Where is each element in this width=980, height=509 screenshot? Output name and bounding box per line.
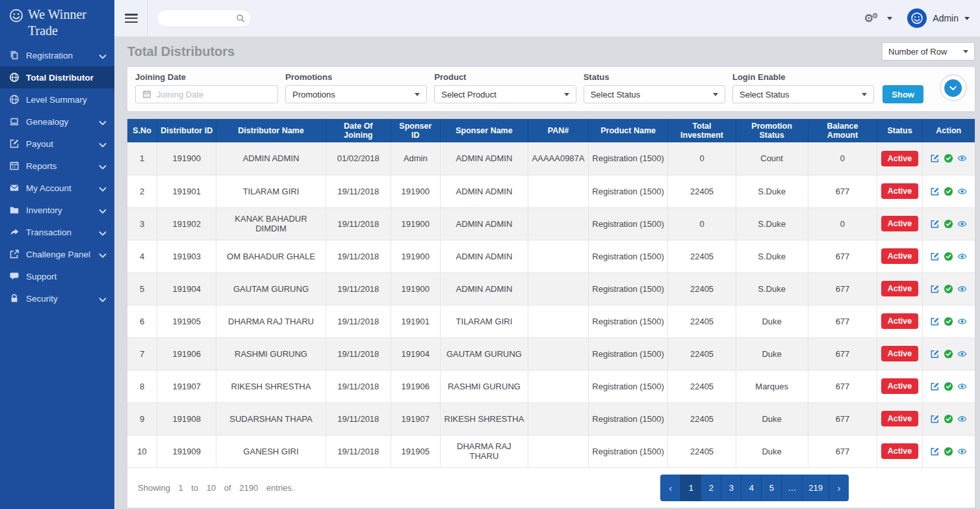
- show-button[interactable]: Show: [883, 85, 923, 103]
- view-icon[interactable]: [957, 349, 967, 359]
- sidebar-item-reports[interactable]: Reports: [0, 155, 114, 177]
- cell-date-of-joining: 01/02/2018: [326, 142, 391, 175]
- hamburger-menu-icon[interactable]: [125, 14, 138, 23]
- cell-balance-amount: 677: [808, 240, 877, 272]
- status-badge[interactable]: Active: [881, 281, 919, 296]
- column-header-action: Action: [922, 119, 975, 142]
- edit-icon[interactable]: [930, 447, 940, 456]
- status-badge[interactable]: Active: [881, 411, 919, 426]
- settings-gears-icon[interactable]: ⚙⚙: [864, 13, 881, 24]
- joining-date-field[interactable]: [135, 85, 278, 103]
- approve-icon[interactable]: [944, 382, 953, 391]
- cell-product-name: Registration (1500): [588, 240, 668, 272]
- page-next-button[interactable]: ›: [829, 475, 849, 501]
- collapse-filters-button[interactable]: [940, 74, 967, 101]
- admin-caret-icon[interactable]: [964, 17, 970, 20]
- edit-icon[interactable]: [930, 219, 940, 229]
- chevron-down-icon: [97, 51, 105, 59]
- status-badge[interactable]: Active: [881, 183, 919, 199]
- edit-icon[interactable]: [930, 153, 940, 163]
- page-button-3[interactable]: 3: [721, 475, 741, 501]
- status-badge[interactable]: Active: [881, 151, 919, 166]
- approve-icon[interactable]: [944, 219, 953, 229]
- view-icon[interactable]: [957, 447, 967, 456]
- sidebar-item-my-account[interactable]: My Account: [0, 177, 114, 199]
- edit-icon[interactable]: [930, 317, 940, 326]
- edit-icon[interactable]: [930, 187, 940, 196]
- status-select[interactable]: Select Status: [584, 85, 725, 103]
- column-header-date-of-joining: Date Of Joining: [326, 119, 391, 142]
- sidebar-item-registration[interactable]: Registration: [0, 44, 114, 66]
- showing-entries-text: Showing 1 to 10 of 2190 entries.: [138, 483, 294, 493]
- status-badge[interactable]: Active: [881, 313, 919, 329]
- login-enable-select[interactable]: Select Status: [732, 85, 874, 103]
- cell-status: Active: [877, 435, 922, 467]
- status-badge[interactable]: Active: [881, 346, 919, 361]
- status-badge[interactable]: Active: [881, 443, 919, 459]
- number-of-row-select[interactable]: Number of Row: [882, 42, 975, 60]
- approve-icon[interactable]: [944, 317, 953, 326]
- cell-total-investment: 0: [668, 207, 736, 240]
- cell-promotion-status: S.Duke: [736, 272, 808, 305]
- table-row: 5191904GAUTAM GURUNG19/11/2018191900ADMI…: [127, 272, 975, 305]
- page-ellipsis[interactable]: …: [781, 475, 802, 501]
- cell-pan: [528, 305, 589, 337]
- edit-icon[interactable]: [930, 414, 940, 424]
- approve-icon[interactable]: [944, 153, 953, 163]
- approve-icon[interactable]: [944, 187, 953, 196]
- cell-sponser-id: 191900: [391, 207, 441, 240]
- approve-icon[interactable]: [944, 284, 953, 294]
- edit-icon[interactable]: [930, 382, 940, 391]
- page-button-2[interactable]: 2: [701, 475, 721, 501]
- approve-icon[interactable]: [944, 252, 953, 261]
- view-icon[interactable]: [957, 382, 967, 391]
- settings-caret-icon[interactable]: [887, 17, 892, 20]
- sidebar-item-security[interactable]: Security: [0, 287, 114, 309]
- edit-icon[interactable]: [930, 284, 940, 294]
- edit-icon[interactable]: [930, 252, 940, 261]
- status-badge[interactable]: Active: [881, 248, 919, 264]
- view-icon[interactable]: [957, 317, 967, 326]
- cell-product-name: Registration (1500): [588, 337, 668, 370]
- cell-promotion-status: Duke: [736, 435, 808, 467]
- globe-icon: [9, 94, 19, 105]
- sidebar-item-inventory[interactable]: Inventory: [0, 199, 114, 221]
- page-button-219[interactable]: 219: [802, 475, 829, 501]
- sidebar-item-support[interactable]: Support: [0, 265, 114, 287]
- view-icon[interactable]: [957, 414, 967, 424]
- page-button-1[interactable]: 1: [680, 475, 701, 501]
- page-prev-button[interactable]: ‹: [660, 475, 680, 501]
- cell-distributor-name: OM BAHADUR GHALE: [216, 240, 326, 272]
- sidebar-item-transaction[interactable]: Transaction: [0, 221, 114, 243]
- view-icon[interactable]: [957, 153, 967, 163]
- view-icon[interactable]: [957, 252, 967, 261]
- admin-menu-label[interactable]: Admin: [933, 13, 959, 23]
- promotions-select[interactable]: Promotions: [285, 85, 427, 103]
- cell-total-investment: 22405: [668, 370, 736, 402]
- sidebar-item-challenge-panel[interactable]: Challenge Panel: [0, 243, 114, 265]
- page-button-5[interactable]: 5: [761, 475, 781, 501]
- page-button-4[interactable]: 4: [741, 475, 761, 501]
- approve-icon[interactable]: [944, 349, 953, 359]
- sidebar-item-total-distributor[interactable]: Total Distributor: [0, 66, 114, 88]
- brand-name: We Winner Trade: [28, 7, 108, 39]
- product-select[interactable]: Select Product: [434, 85, 576, 103]
- approve-icon[interactable]: [944, 414, 953, 424]
- joining-date-input[interactable]: [157, 90, 271, 99]
- sidebar-item-level-summary[interactable]: Level Summary: [0, 88, 114, 111]
- view-icon[interactable]: [957, 187, 967, 196]
- admin-avatar[interactable]: [907, 8, 927, 28]
- approve-icon[interactable]: [944, 447, 953, 456]
- search-box[interactable]: [157, 9, 251, 27]
- cell-distributor-id: 191907: [157, 370, 216, 402]
- sidebar-item-payout[interactable]: Payout: [0, 133, 114, 155]
- edit-icon[interactable]: [930, 349, 940, 359]
- view-icon[interactable]: [957, 219, 967, 229]
- sidebar-item-genealogy[interactable]: Genealogy: [0, 111, 114, 133]
- search-input[interactable]: [165, 14, 236, 23]
- cell-distributor-id: 191903: [157, 240, 216, 272]
- status-badge[interactable]: Active: [881, 216, 919, 231]
- view-icon[interactable]: [957, 284, 967, 294]
- chevron-down-icon: [713, 93, 718, 96]
- status-badge[interactable]: Active: [881, 378, 919, 394]
